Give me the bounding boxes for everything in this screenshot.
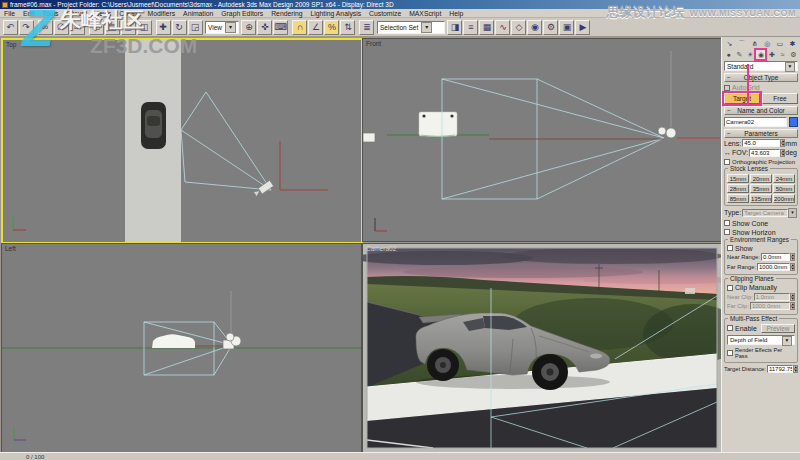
align-icon[interactable]: ≡ xyxy=(463,20,478,35)
multipass-enable-checkbox[interactable]: Enable xyxy=(727,325,759,332)
env-show-checkbox[interactable]: Show xyxy=(727,245,795,252)
autogrid-checkbox[interactable]: AutoGrid xyxy=(724,84,798,91)
cat-lights-icon[interactable]: ☀ xyxy=(746,50,755,59)
far-clip-spinner[interactable]: ▲▼ xyxy=(790,302,795,310)
rotate-icon[interactable]: ↻ xyxy=(172,20,187,35)
viewport-front[interactable]: Front xyxy=(362,38,722,242)
keyboard-override-icon[interactable]: ⌨ xyxy=(273,20,288,35)
show-cone-checkbox[interactable]: Show Cone xyxy=(724,220,798,227)
object-name-field[interactable]: Camera02 xyxy=(724,117,787,127)
lens-135mm-button[interactable]: 135mm xyxy=(750,194,772,203)
spinner-snap-icon[interactable]: ⇅ xyxy=(340,20,355,35)
render-per-pass-checkbox[interactable]: Render Effects Per Pass xyxy=(727,347,795,359)
far-clip-field[interactable]: 1000.0mm xyxy=(750,302,790,310)
multipass-preview-button[interactable]: Preview xyxy=(761,324,795,333)
cat-systems-icon[interactable]: ⚙ xyxy=(789,50,798,59)
render-icon[interactable]: ▶ xyxy=(575,20,590,35)
bind-spacewarp-icon[interactable]: ≋ xyxy=(70,20,85,35)
lens-200mm-button[interactable]: 200mm xyxy=(773,194,795,203)
lens-15mm-button[interactable]: 15mm xyxy=(727,174,749,183)
camera-category-dropdown[interactable]: Standard▾ xyxy=(724,61,798,71)
select-by-name-icon[interactable]: ▤ xyxy=(105,20,120,35)
cat-helpers-icon[interactable]: ✚ xyxy=(767,50,776,59)
move-icon[interactable]: ✚ xyxy=(156,20,171,35)
far-range-spinner[interactable]: ▲▼ xyxy=(790,263,795,271)
rollout-object-type[interactable]: −Object Type xyxy=(724,73,798,82)
target-distance-spinner[interactable]: ▲▼ xyxy=(793,365,798,373)
unlink-icon[interactable]: ∅ xyxy=(54,20,69,35)
window-crossing-icon[interactable]: ◫ xyxy=(137,20,152,35)
menu-graph-editors[interactable]: Graph Editors xyxy=(221,10,263,17)
menu-file[interactable]: File xyxy=(4,10,15,17)
menu-help[interactable]: Help xyxy=(449,10,463,17)
edit-named-sets-icon[interactable]: ≣ xyxy=(359,20,374,35)
menu-rendering[interactable]: Rendering xyxy=(271,10,302,17)
near-range-field[interactable]: 0.0mm xyxy=(761,253,790,261)
select-object-icon[interactable]: ▭ xyxy=(89,20,104,35)
named-selection-sets-dropdown[interactable]: Selection Set▾ xyxy=(377,21,445,34)
tab-modify-icon[interactable]: ⌒ xyxy=(737,39,748,49)
tab-motion-icon[interactable]: ◎ xyxy=(762,39,773,49)
manipulate-icon[interactable]: ✜ xyxy=(257,20,272,35)
selection-region-icon[interactable]: ◻ xyxy=(121,20,136,35)
menu-group[interactable]: Group xyxy=(66,10,85,17)
select-link-icon[interactable]: ∞ xyxy=(38,20,53,35)
near-clip-field[interactable]: 1.0mm xyxy=(754,293,790,301)
layer-manager-icon[interactable]: ▦ xyxy=(479,20,494,35)
render-setup-icon[interactable]: ⚙ xyxy=(543,20,558,35)
rollout-name-color[interactable]: −Name and Color xyxy=(724,106,798,115)
curve-editor-icon[interactable]: ∿ xyxy=(495,20,510,35)
material-editor-icon[interactable]: ◉ xyxy=(527,20,542,35)
cat-spacewarps-icon[interactable]: ≈ xyxy=(778,50,787,59)
target-distance-field[interactable]: 11792.75 xyxy=(767,365,793,373)
menu-animation[interactable]: Animation xyxy=(183,10,213,17)
lens-24mm-button[interactable]: 24mm xyxy=(773,174,795,183)
tab-create-icon[interactable]: ↘ xyxy=(724,39,735,49)
free-camera-button[interactable]: Free xyxy=(762,93,798,104)
cat-cameras-icon[interactable]: ◉ xyxy=(756,50,765,59)
redo-icon[interactable]: ↷ xyxy=(19,20,34,35)
menu-customize[interactable]: Customize xyxy=(369,10,401,17)
multipass-effect-dropdown[interactable]: Depth of Field ▾ xyxy=(727,335,795,345)
viewport-left[interactable]: Left xyxy=(1,243,362,453)
rendered-frame-icon[interactable]: ▣ xyxy=(559,20,574,35)
lens-35mm-button[interactable]: 35mm xyxy=(750,184,772,193)
undo-icon[interactable]: ↶ xyxy=(3,20,18,35)
lens-85mm-button[interactable]: 85mm xyxy=(727,194,749,203)
camera-type-dropdown[interactable]: Target Camera xyxy=(742,209,788,217)
tab-utilities-icon[interactable]: ✱ xyxy=(787,39,798,49)
menu-lighting-analysis[interactable]: Lighting Analysis xyxy=(311,10,362,17)
reference-coordsys-dropdown[interactable]: View▾ xyxy=(205,21,239,34)
tab-hierarchy-icon[interactable]: ⋔ xyxy=(749,39,760,49)
scale-icon[interactable]: ◲ xyxy=(188,20,203,35)
target-camera-button[interactable]: Target xyxy=(724,93,760,104)
use-center-icon[interactable]: ⊕ xyxy=(241,20,256,35)
near-clip-spinner[interactable]: ▲▼ xyxy=(790,293,795,301)
lens-28mm-button[interactable]: 28mm xyxy=(727,184,749,193)
fov-field[interactable]: 43.603 xyxy=(749,149,780,157)
angle-snap-icon[interactable]: ∠ xyxy=(308,20,323,35)
far-range-field[interactable]: 1000.0mm xyxy=(757,263,790,271)
clip-manually-checkbox[interactable]: Clip Manually xyxy=(727,284,795,291)
lens-20mm-button[interactable]: 20mm xyxy=(750,174,772,183)
menu-modifiers[interactable]: Modifiers xyxy=(148,10,176,17)
menu-maxscript[interactable]: MAXScript xyxy=(409,10,441,17)
menu-tools[interactable]: Tools xyxy=(43,10,59,17)
near-range-spinner[interactable]: ▲▼ xyxy=(790,253,795,261)
lens-field[interactable]: 45.0 xyxy=(742,139,780,147)
menu-edit[interactable]: Edit xyxy=(23,10,35,17)
cat-shapes-icon[interactable]: ✎ xyxy=(735,50,744,59)
show-horizon-checkbox[interactable]: Show Horizon xyxy=(724,229,798,236)
viewport-camera[interactable]: Camera02 xyxy=(362,243,722,453)
cat-geometry-icon[interactable]: ● xyxy=(724,50,733,59)
menu-views[interactable]: Views xyxy=(93,10,111,17)
schematic-view-icon[interactable]: ◇ xyxy=(511,20,526,35)
fov-direction-flyout[interactable]: ↔ xyxy=(724,149,731,156)
mirror-icon[interactable]: ◨ xyxy=(447,20,462,35)
lens-50mm-button[interactable]: 50mm xyxy=(773,184,795,193)
tab-display-icon[interactable]: ▭ xyxy=(774,39,785,49)
snap-toggle-icon[interactable]: ∩ xyxy=(292,20,307,35)
menu-create[interactable]: Create xyxy=(119,10,139,17)
object-color-swatch[interactable] xyxy=(789,117,798,127)
viewport-top[interactable]: Top xyxy=(1,38,363,244)
